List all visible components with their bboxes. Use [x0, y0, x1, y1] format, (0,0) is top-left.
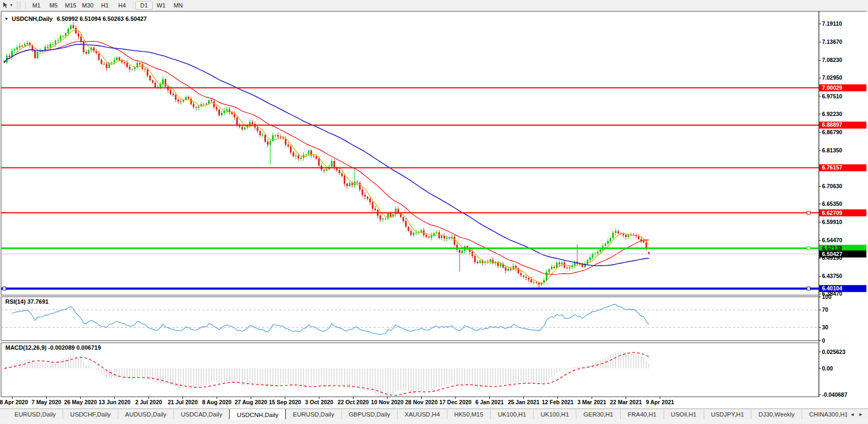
price-tick-label: 7.02950	[822, 74, 842, 81]
line-handle[interactable]	[807, 287, 810, 290]
timeframe-button-mn[interactable]: MN	[170, 1, 187, 10]
macd-tick-label: -0.040687	[822, 391, 847, 398]
price-tick-label: 6.43750	[822, 273, 842, 279]
chart-background	[0, 10, 868, 408]
date-label: 22 Oct 2020	[338, 399, 369, 405]
timeframe-button-d1[interactable]: D1	[135, 1, 153, 10]
symbol-dropdown-caret: ▼	[4, 17, 9, 21]
price-tick-label: 6.81350	[822, 147, 842, 153]
date-label: 28 Nov 2020	[405, 399, 438, 405]
date-label: 26 May 2020	[64, 399, 97, 405]
price-tick-label: 6.97510	[822, 93, 842, 99]
chart-tab-bar: EURUSD,DailyUSDCHF,DailyAUDUSD,DailyUSDC…	[0, 408, 868, 420]
date-label: 13 Jun 2020	[98, 399, 131, 405]
chart-tab-ger30-h1[interactable]: GER30,H1	[576, 409, 620, 420]
rsi-label: RSI(14) 37.7691	[5, 298, 49, 305]
price-tick-label: 7.19110	[822, 20, 842, 27]
line-handle[interactable]	[807, 246, 810, 250]
timeframe-button-m30[interactable]: M30	[79, 1, 96, 10]
toolbar-grip[interactable]	[17, 2, 20, 9]
status-strip	[0, 419, 868, 424]
rsi-tick-label: 30	[822, 324, 828, 330]
date-label: 22 Mar 2021	[610, 399, 642, 405]
chart-tab-china300-h1[interactable]: CHINA300,H1	[802, 409, 847, 420]
top-toolbar: ▾ M1M5M15M30H1H4D1W1MN	[0, 0, 868, 11]
date-label: 27 Aug 2020	[234, 399, 267, 405]
hline-price-label: 7.00029	[822, 84, 842, 91]
timeframe-button-m5[interactable]: M5	[45, 1, 62, 10]
price-tick-label: 6.59910	[822, 219, 842, 225]
price-tick-label: 6.92230	[822, 111, 842, 117]
chart-tab-xauusd-h4[interactable]: XAUUSD,H4	[397, 409, 447, 420]
macd-tick-label: 0.025623	[822, 349, 846, 355]
date-label: 3 Mar 2021	[577, 399, 606, 405]
chart-tab-uk100-h1[interactable]: UK100,H1	[490, 409, 533, 420]
chart-tab-dj30-weekly[interactable]: DJ30,Weekly	[751, 409, 802, 420]
date-label: 2 Jul 2020	[135, 399, 162, 405]
line-handle[interactable]	[807, 211, 810, 214]
date-label: 12 Feb 2021	[542, 399, 574, 405]
rsi-tick-label: 70	[822, 306, 828, 313]
price-tick-label: 6.70630	[822, 183, 842, 189]
timeframe-button-h4[interactable]: H4	[113, 1, 131, 10]
rsi-tick-label: 0	[822, 337, 825, 344]
chart-tab-usdjpy-h1[interactable]: USDJPY,H1	[704, 409, 751, 420]
hline-price-label: 6.88897	[822, 121, 842, 128]
chart-tab-eurusd-daily[interactable]: EURUSD,Daily	[7, 409, 63, 420]
chart-tab-eurusd-daily[interactable]: EURUSD,Daily	[286, 409, 341, 420]
cursor-tool-button[interactable]: ▾	[0, 1, 13, 10]
price-tick-label: 7.08230	[822, 57, 842, 63]
chart-canvas[interactable]: 7.191107.136707.082307.029506.975106.922…	[0, 10, 868, 408]
toolbar-separator	[133, 2, 133, 9]
timeframe-button-w1[interactable]: W1	[153, 1, 170, 10]
date-label: 8 Aug 2020	[202, 399, 232, 405]
tab-scroll-left-button[interactable]: ◄	[850, 412, 855, 417]
chart-tab-hk50-m15[interactable]: HK50,M15	[447, 409, 490, 420]
date-label: 18 Apr 2020	[0, 399, 28, 405]
hline-price-label: 6.76157	[822, 164, 842, 171]
hline-price-label: 6.40104	[822, 285, 842, 291]
date-label: 6 Jan 2021	[475, 399, 504, 405]
line-handle[interactable]	[3, 287, 6, 290]
date-label: 21 Jul 2020	[167, 399, 197, 405]
tab-scroll-right-button[interactable]: ►	[858, 412, 863, 417]
chart-tab-uk100-h1[interactable]: UK100,H1	[533, 409, 576, 420]
price-tick-label: 7.13670	[822, 38, 842, 45]
date-label: 15 Sep 2020	[269, 399, 301, 405]
chart-tab-fra40-h1[interactable]: FRA40,H1	[620, 409, 664, 420]
date-label: 17 Dec 2020	[439, 399, 471, 405]
tool-dropdown-caret[interactable]: ▾	[10, 3, 12, 7]
chart-tab-usdcnh-daily[interactable]: USDCNH,Daily	[229, 409, 286, 420]
chart-tab-gbpusd-daily[interactable]: GBPUSD,Daily	[341, 409, 397, 420]
rsi-tick-label: 100	[822, 294, 832, 300]
timeframe-button-m15[interactable]: M15	[62, 1, 79, 10]
timeframe-button-m1[interactable]: M1	[28, 1, 45, 10]
macd-label: MACD(12,26,9) -0.002089 0.006719	[5, 344, 101, 351]
macd-tick-label: 0.00	[822, 365, 833, 372]
chart-tab-usdcad-daily[interactable]: USDCAD,Daily	[173, 409, 229, 420]
tab-scroll-controls: ◄ ►	[847, 409, 868, 420]
date-label: 9 Apr 2021	[646, 399, 674, 405]
chart-tab-usdchf-daily[interactable]: USDCHF,Daily	[63, 409, 117, 420]
price-tick-label: 6.86790	[822, 129, 842, 135]
date-label: 10 Nov 2020	[371, 399, 403, 405]
current-price-label: 6.50427	[822, 251, 842, 257]
chart-tab-audusd-daily[interactable]: AUDUSD,Daily	[118, 409, 173, 420]
hline-price-label: 6.62709	[822, 210, 842, 216]
chart-symbol-title: USDCNH,Daily	[12, 16, 53, 22]
chart-ohlc-values: 6.50992 6.51094 6.50263 6.50427	[57, 16, 147, 22]
chart-tab-usoil-h1[interactable]: USOil,H1	[664, 409, 704, 420]
toolbar-separator	[25, 2, 26, 9]
date-label: 7 May 2020	[32, 399, 62, 405]
date-label: 3 Oct 2020	[305, 399, 333, 405]
timeframe-button-h1[interactable]: H1	[96, 1, 113, 10]
timeframe-toolbar: M1M5M15M30H1H4D1W1MN	[28, 1, 187, 10]
price-tick-label: 6.54470	[822, 237, 842, 243]
date-label: 25 Jan 2021	[508, 399, 539, 405]
chart-tabs: EURUSD,DailyUSDCHF,DailyAUDUSD,DailyUSDC…	[0, 409, 847, 420]
cursor-tool-icon	[2, 2, 9, 9]
price-tick-label: 6.65350	[822, 201, 842, 207]
